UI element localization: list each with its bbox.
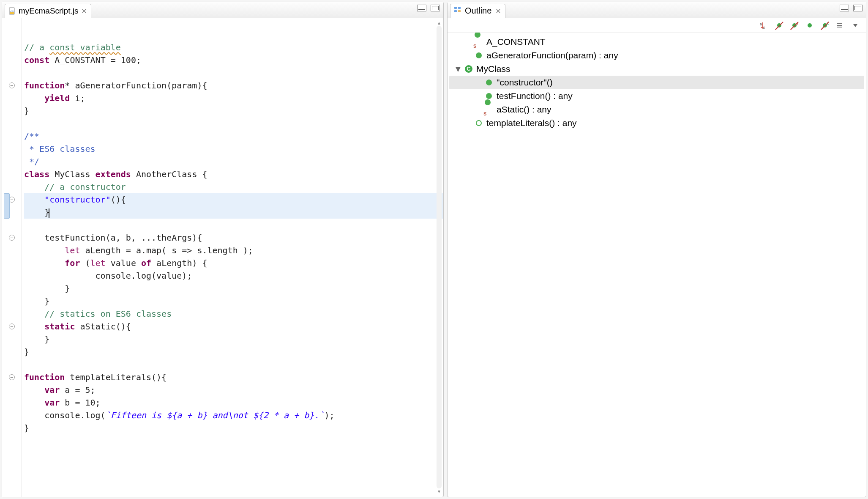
outline-node[interactable]: testFunction() : any [449,89,864,103]
scrollbar-track[interactable] [437,26,442,488]
gutter-cell[interactable] [2,54,21,66]
code-line[interactable]: function templateLiterals(){ [24,371,443,384]
gutter-cell[interactable] [2,244,21,257]
code-line[interactable] [24,66,443,79]
outline-node[interactable]: aGeneratorFunction(param) : any [449,49,864,62]
gutter-cell[interactable] [2,333,21,345]
code-line[interactable]: } [24,333,443,345]
collapse-all-button[interactable] [835,21,845,30]
code-line[interactable]: } [24,206,443,219]
gutter-cell[interactable] [2,345,21,358]
outline-node[interactable]: SA_CONSTANT [449,35,864,49]
fold-icon[interactable]: − [9,235,15,241]
gutter-cell[interactable] [2,358,21,371]
gutter-cell[interactable] [2,168,21,181]
code-area[interactable]: // a const variableconst A_CONSTANT = 10… [22,18,443,497]
gutter-cell[interactable] [2,396,21,409]
code-token: function [24,80,65,90]
view-menu-button[interactable] [851,21,860,30]
outline-node[interactable]: templateLiterals() : any [449,116,864,130]
code-line[interactable]: let aLength = a.map( s => s.length ); [24,244,443,257]
svg-text:L: L [827,22,829,25]
code-line[interactable]: console.log(value); [24,269,443,282]
hide-static-button[interactable]: S [790,21,799,30]
code-line[interactable] [24,219,443,231]
code-token: value [106,258,141,268]
gutter-cell[interactable] [2,41,21,54]
code-line[interactable]: // a const variable [24,41,443,54]
class-icon: C [465,65,472,73]
code-line[interactable]: } [24,422,443,434]
gutter-cell[interactable] [2,282,21,295]
sort-button[interactable]: az [759,21,769,30]
code-line[interactable]: /** [24,130,443,143]
outline-node[interactable]: SaStatic() : any [449,103,864,116]
scroll-up-icon[interactable]: ▴ [436,20,442,26]
gutter-cell[interactable] [2,295,21,307]
scroll-down-icon[interactable]: ▾ [436,488,442,494]
code-line[interactable]: console.log(`Fifteen is ${a + b} and\not… [24,409,443,422]
gutter-cell[interactable] [2,66,21,79]
hide-fields-button[interactable] [775,21,784,30]
filter-public-button[interactable] [805,21,814,30]
code-token: console.log(value); [24,271,192,281]
code-line[interactable]: } [24,295,443,307]
code-line[interactable]: yield i; [24,92,443,104]
gutter-cell[interactable] [2,181,21,193]
code-line[interactable]: "constructor"(){ [24,193,443,206]
fold-icon[interactable]: − [9,324,15,329]
outline-node[interactable]: ▼CMyClass [449,62,864,76]
outline-node[interactable]: "constructor"() [449,76,864,89]
code-line[interactable]: class MyClass extends AnotherClass { [24,168,443,181]
outline-minimize-button[interactable] [840,5,849,11]
outline-tree[interactable]: SA_CONSTANTaGeneratorFunction(param) : a… [448,33,866,497]
editor-gutter[interactable]: −−−−− [2,18,22,497]
code-line[interactable]: } [24,282,443,295]
code-line[interactable]: testFunction(a, b, ...theArgs){ [24,231,443,244]
hide-local-button[interactable]: L [820,21,830,30]
gutter-cell[interactable] [2,219,21,231]
code-line[interactable]: * ES6 classes [24,143,443,155]
gutter-cell[interactable]: − [2,320,21,333]
code-line[interactable]: static aStatic(){ [24,320,443,333]
gutter-cell[interactable] [2,422,21,434]
code-line[interactable]: for (let value of aLength) { [24,257,443,269]
gutter-cell[interactable]: − [2,371,21,384]
gutter-cell[interactable] [2,269,21,282]
fold-icon[interactable]: − [9,374,15,380]
gutter-cell[interactable]: − [2,79,21,92]
gutter-cell[interactable] [2,307,21,320]
code-line[interactable]: var b = 10; [24,396,443,409]
gutter-cell[interactable] [2,409,21,422]
code-line[interactable]: } [24,104,443,117]
gutter-cell[interactable] [2,92,21,104]
code-line[interactable] [24,358,443,371]
gutter-cell[interactable] [2,155,21,168]
editor-vertical-scrollbar[interactable]: ▴ ▾ [436,20,442,494]
gutter-cell[interactable] [2,104,21,117]
gutter-cell[interactable] [2,143,21,155]
outline-maximize-button[interactable] [853,5,863,11]
code-line[interactable]: */ [24,155,443,168]
gutter-cell[interactable] [2,384,21,396]
outline-tab[interactable]: Outline [450,4,505,18]
code-line[interactable]: // a constructor [24,181,443,193]
minimize-button[interactable] [417,5,426,11]
maximize-button[interactable] [431,5,440,11]
gutter-cell[interactable] [2,130,21,143]
code-line[interactable]: // statics on ES6 classes [24,307,443,320]
gutter-cell[interactable]: − [2,231,21,244]
twisty-icon[interactable]: ▼ [455,62,461,76]
editor-tab[interactable]: JS myEcmaScript.js [5,4,91,18]
close-tab-icon[interactable] [81,8,87,14]
code-line[interactable]: var a = 5; [24,384,443,396]
gutter-cell[interactable] [2,257,21,269]
outline-tabbar-controls [840,5,863,11]
gutter-cell[interactable] [2,117,21,130]
code-line[interactable]: } [24,345,443,358]
code-line[interactable]: const A_CONSTANT = 100; [24,54,443,66]
fold-icon[interactable]: − [9,82,15,88]
close-outline-icon[interactable] [495,8,502,14]
code-line[interactable] [24,117,443,130]
code-line[interactable]: function* aGeneratorFunction(param){ [24,79,443,92]
